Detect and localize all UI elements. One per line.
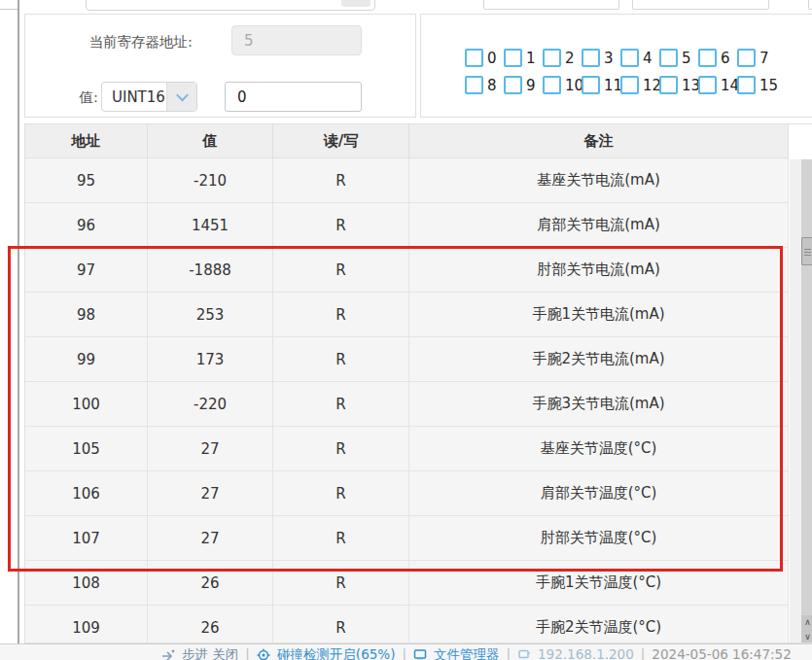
- bit-checkbox-item: 7: [737, 49, 776, 67]
- status-separator: |: [506, 644, 511, 660]
- cell-address: 98: [25, 293, 148, 337]
- bit-checkbox-7[interactable]: [737, 49, 756, 67]
- cell-value: -1888: [148, 248, 273, 293]
- table-row[interactable]: 10527R基座关节温度(°C): [25, 427, 789, 471]
- table-header-rw: 读/写: [273, 124, 409, 158]
- current-register-address-input[interactable]: [231, 25, 362, 55]
- table-row[interactable]: 99173R手腕2关节电流(mA): [25, 337, 789, 382]
- value-type-select[interactable]: UINT16: [101, 82, 197, 112]
- table-row[interactable]: 98253R手腕1关节电流(mA): [25, 293, 789, 337]
- bit-checkbox-item: 11: [582, 76, 620, 94]
- cell-address: 108: [25, 561, 148, 606]
- datetime-label: 2024-05-06 16:47:52: [652, 644, 791, 660]
- bit-checkbox-item: 14: [698, 76, 737, 94]
- table-header-value: 值: [148, 124, 273, 158]
- cell-address: 106: [25, 471, 148, 516]
- bit-checkbox-1[interactable]: [504, 49, 522, 67]
- chevron-up-icon: ∧: [804, 618, 811, 627]
- cell-address: 95: [25, 158, 148, 203]
- bit-checkbox-label: 5: [682, 50, 691, 67]
- scroll-down-button[interactable]: ∨: [801, 630, 812, 643]
- table-row[interactable]: 961451R肩部关节电流(mA): [25, 203, 789, 248]
- value-input[interactable]: [225, 82, 362, 112]
- cell-address: 97: [25, 248, 148, 293]
- table-row[interactable]: 97-1888R肘部关节电流(mA): [25, 248, 789, 293]
- scroll-up-button[interactable]: ∧: [801, 615, 812, 630]
- table-row[interactable]: 10926R手腕2关节温度(°C): [25, 606, 789, 643]
- bit-checkbox-11[interactable]: [582, 76, 600, 94]
- scrollbar-thumb[interactable]: [801, 237, 812, 265]
- cell-address: 99: [25, 337, 148, 382]
- cell-rw: R: [273, 516, 409, 561]
- bit-checkbox-label: 3: [604, 50, 614, 67]
- cell-value: 173: [148, 337, 273, 382]
- collision-detection-label[interactable]: 碰撞检测开启(65%): [277, 644, 396, 660]
- table-row[interactable]: 95-210R基座关节电流(mA): [25, 158, 789, 203]
- scrollbar-grip: [804, 255, 811, 256]
- table-row[interactable]: 10627R肩部关节温度(°C): [25, 471, 789, 516]
- file-manager-label[interactable]: 文件管理器: [434, 644, 500, 660]
- status-separator: |: [402, 644, 406, 660]
- bit-checkbox-14[interactable]: [698, 76, 717, 94]
- step-status-label[interactable]: 步进 关闭: [182, 644, 238, 660]
- cut-off-input[interactable]: [86, 0, 375, 11]
- register-panel: 当前寄存器地址: 值: UINT16: [24, 14, 416, 118]
- cell-value: -210: [148, 158, 273, 203]
- status-bar: 步进 关闭 | 碰撞检测开启(65%) | 文件管理器 | 192.168.1.…: [0, 643, 812, 660]
- cell-address: 96: [25, 203, 148, 248]
- window-divider: [0, 9, 18, 10]
- status-separator: |: [641, 644, 646, 660]
- bit-checkbox-3[interactable]: [582, 49, 600, 67]
- register-table: 地址 值 读/写 备注 95-210R基座关节电流(mA)961451R肩部关节…: [25, 124, 789, 643]
- bit-checkbox-9[interactable]: [504, 76, 522, 94]
- bit-checkbox-item: 12: [620, 76, 659, 94]
- cut-off-field-2[interactable]: [632, 0, 769, 10]
- bit-checkbox-item: 1: [504, 49, 543, 67]
- bit-checkbox-13[interactable]: [659, 76, 678, 94]
- cell-note: 手腕1关节温度(°C): [409, 561, 789, 606]
- bit-checkbox-label: 7: [759, 50, 769, 67]
- bit-checkbox-8[interactable]: [465, 76, 483, 94]
- window-splitter[interactable]: [18, 0, 19, 643]
- bit-checkbox-5[interactable]: [659, 49, 678, 67]
- bit-checkbox-label: 1: [526, 50, 536, 67]
- cell-address: 109: [25, 606, 148, 643]
- vertical-scrollbar[interactable]: ∧ ∨: [801, 159, 812, 643]
- cell-rw: R: [273, 203, 409, 248]
- bit-checkbox-15[interactable]: [737, 76, 756, 94]
- bit-checkbox-6[interactable]: [698, 49, 717, 67]
- cut-off-input-button[interactable]: [341, 0, 371, 7]
- cell-rw: R: [273, 337, 409, 382]
- table-row[interactable]: 10727R肘部关节温度(°C): [25, 516, 789, 561]
- cell-note: 肘部关节电流(mA): [409, 248, 789, 293]
- cut-off-field-3[interactable]: [808, 0, 812, 10]
- bit-checkbox-4[interactable]: [620, 49, 639, 67]
- cell-note: 手腕2关节温度(°C): [409, 606, 789, 643]
- table-header-row: 地址 值 读/写 备注: [25, 124, 789, 158]
- value-type-dropdown-button[interactable]: [166, 83, 196, 111]
- chevron-down-icon: [176, 89, 189, 102]
- cell-note: 基座关节温度(°C): [409, 427, 789, 471]
- cell-value: 27: [148, 471, 273, 516]
- table-row[interactable]: 100-220R手腕3关节电流(mA): [25, 382, 789, 427]
- bit-checkbox-0[interactable]: [465, 49, 483, 67]
- bit-checkbox-2[interactable]: [543, 49, 561, 67]
- bit-checkbox-item: 2: [543, 49, 582, 67]
- table-header-note: 备注: [409, 124, 789, 158]
- bit-checkbox-item: 4: [620, 49, 659, 67]
- bit-checkbox-10[interactable]: [543, 76, 561, 94]
- collision-detection-icon: [257, 648, 270, 660]
- bit-checkbox-item: 15: [737, 76, 776, 94]
- cut-off-field-1[interactable]: [483, 0, 619, 10]
- cell-rw: R: [273, 158, 409, 203]
- cell-value: 253: [148, 293, 273, 337]
- cell-address: 107: [25, 516, 148, 561]
- bit-checkbox-item: 0: [465, 49, 504, 67]
- bit-checkbox-12[interactable]: [620, 76, 639, 94]
- bit-row-8-15: 89101112131415: [465, 76, 776, 94]
- cell-rw: R: [273, 561, 409, 606]
- cell-note: 手腕2关节电流(mA): [409, 337, 789, 382]
- value-type-selected: UINT16: [102, 88, 166, 106]
- ip-address-label: 192.168.1.200: [538, 644, 634, 660]
- table-row[interactable]: 10826R手腕1关节温度(°C): [25, 561, 789, 606]
